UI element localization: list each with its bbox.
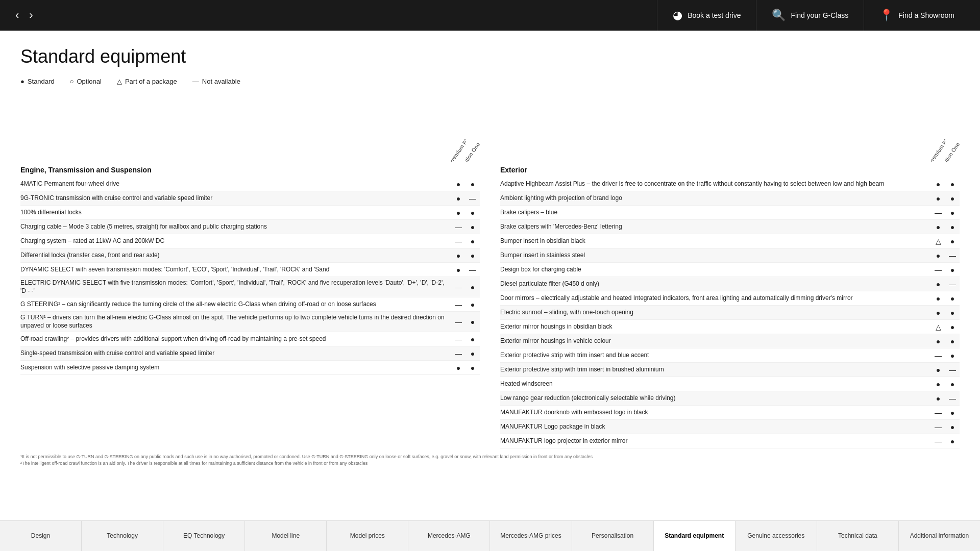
bottom-nav-item-eq-technology[interactable]: EQ Technology bbox=[163, 521, 245, 551]
equipment-name: Exterior protective strip with trim inse… bbox=[500, 364, 931, 376]
bottom-nav-item-technology[interactable]: Technology bbox=[82, 521, 163, 551]
table-row: G STEERING¹ – can significantly reduce t… bbox=[20, 297, 480, 312]
not-available-symbol: — bbox=[192, 78, 199, 85]
equipment-availability: ● ● bbox=[931, 309, 960, 317]
legend-standard: ● Standard bbox=[20, 78, 55, 85]
amg-availability: ● bbox=[451, 266, 465, 274]
edition-availability: ● bbox=[465, 209, 480, 217]
bottom-nav-item-genuine-accessories[interactable]: Genuine accessories bbox=[736, 521, 817, 551]
amg-availability: ● bbox=[451, 209, 465, 217]
find-g-class-button[interactable]: 🔍 Find your G-Class bbox=[756, 0, 864, 31]
edition-availability: ● bbox=[945, 209, 960, 217]
edition-availability: ● bbox=[945, 337, 960, 345]
equipment-availability: ● ● bbox=[451, 364, 480, 372]
edition-availability: ● bbox=[945, 266, 960, 274]
equipment-availability: ● ● bbox=[931, 194, 960, 203]
page-title: Standard equipment bbox=[20, 46, 960, 67]
table-row: MANUFAKTUR Logo package in black — ● bbox=[500, 420, 960, 434]
bottom-navigation: DesignTechnologyEQ TechnologyModel lineM… bbox=[0, 520, 980, 551]
bottom-nav-item-technical-data[interactable]: Technical data bbox=[817, 521, 899, 551]
bottom-nav-item-additional-information[interactable]: Additional information bbox=[899, 521, 980, 551]
edition-availability: ● bbox=[465, 180, 480, 188]
amg-premium-plus-label-right: AMG Premium Plus bbox=[931, 133, 945, 162]
left-column-header: AMG Premium Plus Edition One bbox=[20, 95, 480, 162]
edition-availability: ● bbox=[945, 352, 960, 360]
bottom-nav-item-model-line[interactable]: Model line bbox=[245, 521, 327, 551]
package-label: Part of a package bbox=[125, 78, 177, 85]
equipment-name: Diesel particulate filter (G450 d only) bbox=[500, 278, 931, 290]
bottom-nav-item-mercedes-amg[interactable]: Mercedes-AMG bbox=[408, 521, 490, 551]
bottom-nav-item-design[interactable]: Design bbox=[0, 521, 82, 551]
equipment-availability: — ● bbox=[451, 283, 480, 291]
bottom-nav-item-model-prices[interactable]: Model prices bbox=[327, 521, 408, 551]
edition-availability: ● bbox=[465, 364, 480, 372]
amg-availability: ● bbox=[931, 280, 945, 288]
edition-availability: ● bbox=[465, 349, 480, 358]
equipment-name: G STEERING¹ – can significantly reduce t… bbox=[20, 298, 451, 311]
amg-premium-plus-header-left: AMG Premium Plus bbox=[451, 95, 465, 162]
footnote-1: ¹It is not permissible to use G-TURN and… bbox=[20, 454, 960, 460]
amg-availability: ● bbox=[931, 394, 945, 403]
edition-availability: ● bbox=[945, 194, 960, 203]
legend: ● Standard ○ Optional △ Part of a packag… bbox=[20, 78, 960, 85]
edition-availability: ● bbox=[945, 380, 960, 388]
equipment-availability: ● ● bbox=[451, 180, 480, 188]
equipment-name: G TURN¹ – drivers can turn the all-new e… bbox=[20, 312, 451, 332]
top-navigation: ‹ › ◕ Book a test drive 🔍 Find your G-Cl… bbox=[0, 0, 980, 31]
equipment-availability: ● ● bbox=[931, 180, 960, 188]
edition-availability: ● bbox=[465, 300, 480, 309]
amg-availability: ● bbox=[931, 252, 945, 260]
edition-availability: — bbox=[945, 366, 960, 374]
bottom-nav-item-personalisation[interactable]: Personalisation bbox=[572, 521, 654, 551]
equipment-name: Electric sunroof – sliding, with one-tou… bbox=[500, 307, 931, 319]
table-row: Design box for charging cable — ● bbox=[500, 263, 960, 277]
table-row: Adaptive Highbeam Assist Plus – the driv… bbox=[500, 177, 960, 191]
edition-availability: ● bbox=[465, 318, 480, 326]
equipment-availability: — ● bbox=[931, 437, 960, 445]
next-arrow-button[interactable]: › bbox=[24, 4, 38, 27]
table-row: MANUFAKTUR logo projector in exterior mi… bbox=[500, 434, 960, 448]
equipment-name: Single-speed transmission with cruise co… bbox=[20, 347, 451, 360]
equipment-availability: — ● bbox=[451, 335, 480, 343]
left-equipment-list: 4MATIC Permanent four-wheel drive ● ● 9G… bbox=[20, 177, 480, 375]
car-search-icon: 🔍 bbox=[772, 9, 786, 22]
bottom-nav-item-mercedes-amg-prices[interactable]: Mercedes-AMG prices bbox=[490, 521, 572, 551]
find-showroom-button[interactable]: 📍 Find a Showroom bbox=[864, 0, 970, 31]
amg-availability: — bbox=[931, 423, 945, 431]
equipment-availability: — ● bbox=[931, 209, 960, 217]
amg-availability: — bbox=[931, 352, 945, 360]
table-row: DYNAMIC SELECT with seven transmission m… bbox=[20, 263, 480, 277]
edition-availability: — bbox=[945, 280, 960, 288]
amg-availability: ● bbox=[451, 252, 465, 260]
edition-availability: ● bbox=[945, 309, 960, 317]
amg-availability: — bbox=[451, 283, 465, 291]
left-section-title: Engine, Transmission and Suspension bbox=[20, 162, 480, 177]
find-g-class-label: Find your G-Class bbox=[791, 11, 848, 19]
edition-availability: ● bbox=[465, 335, 480, 343]
equipment-columns: AMG Premium Plus Edition One Engine, Tra… bbox=[20, 95, 960, 448]
equipment-name: MANUFAKTUR Logo package in black bbox=[500, 421, 931, 433]
amg-premium-plus-header-right: AMG Premium Plus bbox=[931, 95, 945, 162]
equipment-name: Ambient lighting with projection of bran… bbox=[500, 192, 931, 205]
steering-wheel-icon: ◕ bbox=[673, 9, 682, 22]
amg-availability: ● bbox=[451, 194, 465, 203]
equipment-availability: ● ● bbox=[931, 223, 960, 231]
amg-availability: — bbox=[451, 300, 465, 309]
table-row: Off-road crawling² – provides drivers wi… bbox=[20, 332, 480, 346]
table-row: 100% differential locks ● ● bbox=[20, 206, 480, 220]
equipment-availability: ● — bbox=[451, 194, 480, 203]
main-content: Standard equipment ● Standard ○ Optional… bbox=[0, 31, 980, 520]
edition-availability: ● bbox=[465, 237, 480, 245]
standard-label: Standard bbox=[28, 78, 55, 85]
amg-availability: — bbox=[451, 223, 465, 231]
amg-availability: ● bbox=[931, 309, 945, 317]
equipment-availability: — ● bbox=[931, 266, 960, 274]
equipment-name: Charging system – rated at 11kW AC and 2… bbox=[20, 235, 451, 247]
footnote-2: ²The intelligent off-road crawl function… bbox=[20, 460, 960, 467]
equipment-name: Off-road crawling² – provides drivers wi… bbox=[20, 333, 451, 345]
bottom-nav-item-standard-equipment[interactable]: Standard equipment bbox=[654, 521, 736, 551]
book-test-drive-button[interactable]: ◕ Book a test drive bbox=[657, 0, 756, 31]
right-column-header: AMG Premium Plus Edition One bbox=[500, 95, 960, 162]
prev-arrow-button[interactable]: ‹ bbox=[10, 4, 24, 27]
equipment-availability: ● ● bbox=[931, 294, 960, 303]
